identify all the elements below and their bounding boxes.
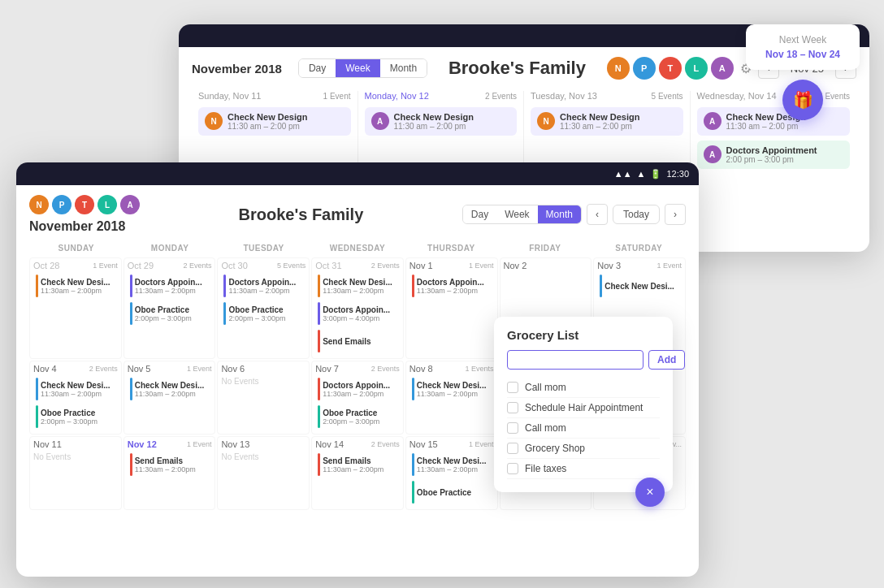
- cell-event-info: Oboe Practice 2:00pm – 3:00pm: [41, 409, 98, 426]
- battery-icon-front: 🔋: [650, 169, 661, 179]
- tab-day-front[interactable]: Day: [463, 205, 496, 223]
- avatar-n-back: N: [607, 57, 630, 80]
- grocery-label-1: Call mom: [525, 382, 566, 393]
- event-title-tue-1: Check New Design: [560, 112, 639, 122]
- grocery-checkbox-5[interactable]: [507, 463, 518, 474]
- cell-event-info: Send Emails: [323, 337, 370, 346]
- cell-event-oct29-1[interactable]: Doctors Appoin... 11:30am – 2:00pm: [128, 273, 212, 299]
- cell-event-nov5-1[interactable]: Check New Desi... 11:30am – 2:00pm: [128, 376, 212, 402]
- next-month-btn[interactable]: ›: [665, 204, 686, 225]
- day-count-sun: 1 Event: [323, 92, 351, 101]
- grocery-item-4[interactable]: Grocery Shop: [507, 439, 660, 459]
- tab-week-front[interactable]: Week: [496, 205, 537, 223]
- cell-header-oct28: Oct 28 1 Event: [33, 261, 118, 270]
- cell-date-nov6: Nov 6: [221, 364, 245, 374]
- avatar-t-back: T: [659, 57, 682, 80]
- ev-time: 11:30am – 2:00pm: [228, 287, 296, 295]
- cell-header-nov14: Nov 14 2 Events: [315, 439, 400, 449]
- cell-event-nov8-1[interactable]: Check New Desi... 11:30am – 2:00pm: [410, 376, 494, 402]
- event-title-sun-1: Check New Design: [228, 112, 307, 122]
- cell-event-nov14-1[interactable]: Send Emails 11:30am – 2:00pm: [315, 452, 400, 478]
- back-title-area: November 2018 Day Week Month: [192, 58, 427, 78]
- grocery-item-1[interactable]: Call mom: [507, 378, 660, 398]
- cell-oct29[interactable]: Oct 29 2 Events Doctors Appoin... 11:30a…: [124, 257, 216, 359]
- grocery-checkbox-1[interactable]: [507, 382, 518, 393]
- grocery-add-btn[interactable]: Add: [648, 350, 685, 370]
- grocery-label-3: Call mom: [525, 422, 566, 434]
- grocery-item-5[interactable]: File taxes: [507, 459, 660, 479]
- cell-nov11[interactable]: Nov 11 No Events: [29, 436, 122, 510]
- day-header-tue: Tuesday, Nov 13 5 Events: [531, 91, 683, 101]
- fab-button[interactable]: 🎁: [782, 80, 823, 120]
- cell-nov14[interactable]: Nov 14 2 Events Send Emails 11:30am – 2:…: [311, 436, 404, 510]
- cell-event-info: Check New Desi... 11:30am – 2:00pm: [417, 381, 487, 398]
- cell-oct30[interactable]: Oct 30 5 Events Doctors Appoin... 11:30a…: [217, 257, 310, 359]
- tab-month-back[interactable]: Month: [380, 59, 427, 77]
- grocery-item-2[interactable]: Schedule Hair Appointment: [507, 398, 660, 418]
- cell-oct31[interactable]: Oct 31 2 Events Check New Desi... 11:30a…: [311, 257, 404, 359]
- cell-nov5[interactable]: Nov 5 1 Event Check New Desi... 11:30am …: [124, 361, 216, 435]
- back-event-wed-2[interactable]: A Doctors Appointment 2:00 pm – 3:00 pm: [697, 141, 851, 169]
- cell-event-oct30-1[interactable]: Doctors Appoin... 11:30am – 2:00pm: [221, 273, 306, 299]
- cell-header-oct31: Oct 31 2 Events: [315, 261, 400, 270]
- cell-nov4[interactable]: Nov 4 2 Events Check New Desi... 11:30am…: [29, 361, 122, 435]
- cell-event-nov7-1[interactable]: Doctors Appoin... 11:30am – 2:00pm: [315, 376, 400, 402]
- grocery-checkbox-2[interactable]: [507, 402, 518, 413]
- cell-event-nov1-1[interactable]: Doctors Appoin... 11:30am – 2:00pm: [410, 273, 494, 299]
- ev-title: Check New Desi...: [417, 381, 487, 390]
- avatar-n-front: N: [29, 195, 49, 214]
- cell-nov13[interactable]: Nov 13 No Events: [217, 436, 310, 510]
- ev-time: 11:30am – 2:00pm: [41, 390, 110, 398]
- grocery-input-field[interactable]: [507, 350, 644, 370]
- event-bar: [36, 378, 38, 400]
- grocery-checkbox-4[interactable]: [507, 443, 518, 454]
- grocery-close-btn[interactable]: ×: [635, 478, 665, 507]
- back-event-info-mon-1: Check New Design 11:30 am – 2:00 pm: [394, 112, 474, 131]
- tab-week-back[interactable]: Week: [336, 59, 379, 77]
- cell-header-nov7: Nov 7 2 Events: [315, 364, 400, 374]
- cell-event-oct31-2[interactable]: Doctors Appoin... 3:00pm – 4:00pm: [315, 300, 400, 326]
- cell-nov7[interactable]: Nov 7 2 Events Doctors Appoin... 11:30am…: [311, 361, 404, 435]
- back-event-sun-1[interactable]: N Check New Design 11:30 am – 2:00 pm: [198, 107, 351, 136]
- cell-event-nov3-1[interactable]: Check New Desi...: [597, 273, 682, 299]
- grocery-checkbox-3[interactable]: [507, 422, 518, 434]
- cell-event-oct30-2[interactable]: Oboe Practice 2:00pm – 3:00pm: [221, 300, 306, 326]
- grocery-item-3[interactable]: Call mom: [507, 418, 660, 439]
- cell-oct28[interactable]: Oct 28 1 Event Check New Desi... 11:30am…: [29, 257, 122, 359]
- event-bar: [318, 302, 320, 325]
- event-title-mon-1: Check New Design: [394, 112, 474, 122]
- cell-event-oct31-1[interactable]: Check New Desi... 11:30am – 2:00pm: [315, 273, 400, 299]
- cell-event-nov15-1[interactable]: Check New Desi... 11:30am – 2:00pm: [410, 452, 494, 478]
- event-avatar-mon-1: A: [371, 112, 389, 130]
- avatar-a-front: A: [120, 195, 140, 214]
- cell-event-nov4-1[interactable]: Check New Desi... 11:30am – 2:00pm: [33, 376, 118, 402]
- back-event-mon-1[interactable]: A Check New Design 11:30 am – 2:00 pm: [365, 107, 518, 136]
- cell-event-nov4-2[interactable]: Oboe Practice 2:00pm – 3:00pm: [33, 404, 118, 430]
- cell-date-nov7: Nov 7: [315, 364, 339, 374]
- cell-event-oct29-2[interactable]: Oboe Practice 2:00pm – 3:00pm: [128, 300, 212, 326]
- cell-event-nov12-1[interactable]: Send Emails 11:30am – 2:00pm: [128, 452, 212, 478]
- cell-event-nov15-2[interactable]: Oboe Practice: [410, 479, 494, 505]
- status-bar-front: ▲▲ ▲ 🔋 12:30: [614, 169, 689, 179]
- front-left: N P T L A November 2018: [29, 195, 140, 234]
- cell-header-nov13: Nov 13: [221, 439, 306, 449]
- cell-nov6[interactable]: Nov 6 No Events: [217, 361, 310, 435]
- cell-date-nov13: Nov 13: [221, 439, 249, 449]
- tab-day-back[interactable]: Day: [299, 59, 336, 77]
- week-view-tabs[interactable]: Day Week Month: [298, 58, 427, 78]
- prev-month-btn[interactable]: ‹: [587, 204, 608, 225]
- grocery-title: Grocery List: [507, 328, 660, 342]
- day-header-mon: Monday, Nov 12 2 Events: [365, 91, 518, 101]
- event-bar: [130, 453, 132, 476]
- cell-event-nov7-2[interactable]: Oboe Practice 2:00pm – 3:00pm: [315, 404, 400, 430]
- back-event-tue-1[interactable]: N Check New Design 11:30 am – 2:00 pm: [531, 107, 683, 136]
- cell-nov12[interactable]: Nov 12 1 Event Send Emails 11:30am – 2:0…: [124, 436, 216, 510]
- cell-nov15[interactable]: Nov 15 1 Event Check New Desi... 11:30am…: [405, 436, 498, 510]
- cell-event-oct31-3[interactable]: Send Emails: [315, 328, 400, 354]
- front-view-tabs[interactable]: Day Week Month: [462, 205, 582, 224]
- tab-month-front[interactable]: Month: [538, 205, 581, 223]
- cell-event-oct28-1[interactable]: Check New Desi... 11:30am – 2:00pm: [33, 273, 118, 299]
- cell-nov8[interactable]: Nov 8 1 Events Check New Desi... 11:30am…: [405, 361, 498, 435]
- today-btn[interactable]: Today: [613, 205, 660, 224]
- cell-nov1[interactable]: Nov 1 1 Event Doctors Appoin... 11:30am …: [405, 257, 498, 359]
